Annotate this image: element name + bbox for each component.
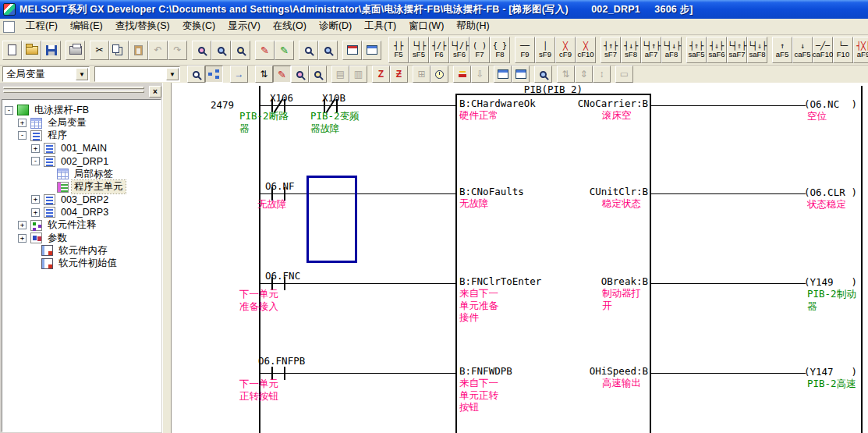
convert-online-button[interactable]: Ƶ: [390, 66, 408, 83]
menu-convert[interactable]: 变换(C): [176, 18, 221, 35]
menu-help[interactable]: 帮助(H): [450, 18, 495, 35]
menu-find-replace[interactable]: 查找/替换(S): [109, 18, 176, 35]
monitor-mode-button[interactable]: [534, 66, 552, 83]
tree-item-parameters[interactable]: + 参数: [2, 232, 161, 244]
cut-button[interactable]: ✂: [90, 41, 109, 60]
tree-item-001-main[interactable]: + 001_MAIN: [2, 142, 161, 154]
close-panel-button[interactable]: ×: [149, 86, 161, 98]
device-comment-edit-button[interactable]: ✎: [255, 41, 275, 60]
expander-icon[interactable]: +: [18, 221, 27, 229]
copy-button[interactable]: [109, 41, 129, 60]
sort-ascending-button[interactable]: ⇅: [557, 66, 575, 83]
sf9-vline-button[interactable]: │sF9: [535, 37, 555, 63]
af8-falling-pulse-branch-button[interactable]: └┤↓├aF8: [661, 37, 682, 63]
remote-operation-button[interactable]: ▤: [331, 66, 349, 83]
sf6-close-branch-button[interactable]: └┤/├sF6: [449, 37, 469, 63]
jump-source-window-button[interactable]: [494, 66, 512, 83]
tree-item-program-body[interactable]: 程序主单元: [2, 180, 161, 193]
expander-icon[interactable]: -: [5, 106, 13, 115]
coil-y147[interactable]: (Y147): [804, 366, 857, 378]
fb-output-label[interactable]: CUnitClr:B: [525, 186, 648, 197]
menu-online[interactable]: 在线(O): [267, 18, 313, 35]
scope-select[interactable]: 全局变量 ▼: [2, 66, 90, 82]
jump-target-window-button[interactable]: [512, 66, 530, 83]
ladder-edit-mode-button[interactable]: ✎: [273, 66, 291, 83]
ladder-editor[interactable]: PIB(PIB_2) 2479 X106 X10B PIB-2断路 器 PIB-…: [172, 83, 868, 433]
find-replace-2-button[interactable]: [309, 66, 327, 83]
comment-display-button[interactable]: [187, 66, 205, 83]
fb-output-label[interactable]: OHiSpeed:B: [525, 365, 648, 377]
cross-reference-button[interactable]: [299, 41, 318, 60]
fb-input-label[interactable]: B:FNFWDPB: [459, 365, 512, 377]
comment-bar-button[interactable]: ▭: [615, 66, 633, 83]
f10-line-draw-button[interactable]: └─F10: [833, 37, 853, 63]
redo-button[interactable]: ↷: [168, 41, 187, 60]
cf9-delete-hline-button[interactable]: ╳cF9: [555, 37, 576, 63]
expander-icon[interactable]: -: [18, 131, 27, 140]
project-window-button[interactable]: [342, 41, 362, 60]
tree-item-global-vars[interactable]: + 全局变量: [2, 116, 161, 129]
tree-item-002-drp1[interactable]: - 002_DRP1: [2, 155, 161, 168]
undo-button[interactable]: ↶: [148, 41, 168, 60]
find-string-button[interactable]: [231, 41, 250, 60]
saf7-pulse-ne-branch-button[interactable]: └┤⇑├saF7: [727, 37, 747, 63]
coil-o6nc[interactable]: (O6.NC): [804, 98, 857, 110]
expander-icon[interactable]: +: [18, 119, 27, 127]
dock-grip-handle[interactable]: [3, 91, 144, 93]
cf10-delete-vline-button[interactable]: ╳cF10: [576, 37, 596, 63]
mdi-child-icon[interactable]: [3, 21, 15, 33]
chevron-down-icon[interactable]: ▼: [76, 68, 88, 80]
af5-invert-result-up-button[interactable]: ↑aF5: [772, 37, 792, 63]
menu-diagnostics[interactable]: 诊断(D): [313, 18, 358, 35]
stamp-button[interactable]: [453, 66, 471, 83]
download-button[interactable]: ⇩: [471, 66, 489, 83]
tree-item-device-memory[interactable]: 软元件内存: [2, 244, 161, 257]
saf8-pulse-ne-close-branch-button[interactable]: └┤⇓├saF8: [747, 37, 767, 63]
af9-line-delete-button[interactable]: ┤╳├aF9: [853, 37, 868, 63]
new-project-button[interactable]: [2, 41, 22, 60]
menu-view[interactable]: 显示(V): [221, 18, 267, 35]
print-button[interactable]: [66, 41, 85, 60]
program-check-button[interactable]: ⊞: [413, 66, 430, 83]
sort-descending-button[interactable]: ⇕: [575, 66, 593, 83]
tree-item-003-drp2[interactable]: + 003_DRP2: [2, 193, 161, 206]
device-use-list-button[interactable]: [318, 41, 338, 60]
tree-item-device-init-values[interactable]: 软元件初始值: [2, 257, 161, 270]
menu-edit[interactable]: 编辑(E): [64, 18, 109, 35]
tree-item-004-drp3[interactable]: + 004_DRP3: [2, 206, 161, 218]
menu-project[interactable]: 工程(F): [19, 18, 64, 35]
coil-y149[interactable]: (Y149): [804, 276, 857, 288]
fb-output-label[interactable]: OBreak:B: [525, 275, 648, 287]
open-project-button[interactable]: [22, 41, 41, 60]
caf5-invert-result-down-button[interactable]: ↓caF5: [792, 37, 813, 63]
remote-stop-button[interactable]: ▥: [349, 66, 367, 83]
menu-window[interactable]: 窗口(W): [402, 18, 450, 35]
fb-output-label[interactable]: CNoCarrier:B: [525, 98, 648, 109]
menu-tools[interactable]: 工具(T): [358, 18, 402, 35]
saf6-pulse-ne-close-button[interactable]: ┤⇓├saF6: [707, 37, 727, 63]
chevron-down-icon[interactable]: ▼: [166, 68, 179, 80]
f7-coil-button[interactable]: ( )F7: [469, 37, 490, 63]
device-test-button[interactable]: →: [230, 66, 248, 83]
monitor-clock-button[interactable]: [430, 66, 448, 83]
project-tree-toggle-button[interactable]: [205, 66, 223, 83]
variable-select[interactable]: ▼: [94, 66, 180, 82]
caf10-invert-operation-button[interactable]: ─╱─caF10: [813, 37, 833, 63]
sf8-falling-pulse-button[interactable]: ┤↓├sF8: [621, 37, 641, 63]
expander-icon[interactable]: +: [31, 144, 40, 153]
tree-item-programs[interactable]: - 程序: [2, 130, 161, 142]
coil-o6clr[interactable]: (O6.CLR): [804, 186, 857, 198]
tree-item-project-root[interactable]: - 电泳摆杆-FB: [2, 104, 161, 116]
panel-splitter[interactable]: [162, 83, 172, 433]
f9-hline-button[interactable]: ──F9: [515, 37, 535, 63]
paste-button[interactable]: [129, 41, 148, 60]
sort-address-button[interactable]: ↕: [593, 66, 611, 83]
title-bar[interactable]: MELSOFT系列 GX Developer C:\Documents and …: [0, 0, 868, 19]
expander-icon[interactable]: +: [18, 234, 27, 243]
saf5-pulse-ne-contact-button[interactable]: ┤⇑├saF5: [686, 37, 707, 63]
expander-icon[interactable]: +: [31, 208, 40, 217]
tree-item-local-labels[interactable]: 局部标签: [2, 168, 161, 180]
find-device-button[interactable]: [192, 41, 211, 60]
statement-edit-button[interactable]: ✎: [275, 41, 294, 60]
f5-open-contact-button[interactable]: ┤├F5: [388, 37, 409, 63]
